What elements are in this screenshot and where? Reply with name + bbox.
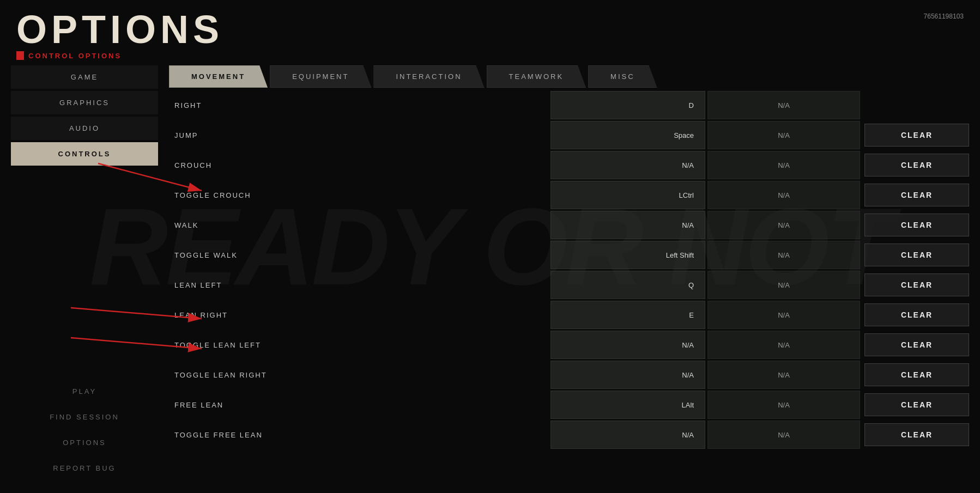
table-row: FREE LEAN LAlt N/A CLEAR <box>169 391 969 419</box>
clear-cell: CLEAR <box>860 181 969 209</box>
key2-button[interactable]: N/A <box>707 301 860 329</box>
table-row: LEAN RIGHT E N/A CLEAR <box>169 301 969 329</box>
key1-button[interactable]: Left Shift <box>551 241 705 269</box>
action-label: TOGGLE WALK <box>169 241 551 269</box>
page-title: OPTIONS <box>16 10 223 49</box>
clear-cell: CLEAR <box>860 301 969 329</box>
table-row: TOGGLE WALK Left Shift N/A CLEAR <box>169 241 969 269</box>
key2-button[interactable]: N/A <box>707 361 860 389</box>
title-section: OPTIONS CONTROL OPTIONS <box>16 10 223 60</box>
tab-movement[interactable]: MOVEMENT <box>169 65 268 88</box>
main-layout: GAME GRAPHICS AUDIO CONTROLS PLAY FIND S… <box>0 65 980 493</box>
key2-button[interactable]: N/A <box>707 181 860 209</box>
key2-button[interactable]: N/A <box>707 211 860 239</box>
sidebar-item-game[interactable]: GAME <box>11 65 158 89</box>
clear-cell: CLEAR <box>860 151 969 179</box>
key2-button[interactable]: N/A <box>707 151 860 179</box>
clear-button[interactable]: CLEAR <box>864 214 969 236</box>
sidebar-item-find-session[interactable]: FIND SESSION <box>11 405 158 429</box>
sidebar-item-controls[interactable]: CONTROLS <box>11 142 158 166</box>
key1-button[interactable]: Q <box>551 271 705 299</box>
action-label: JUMP <box>169 121 551 149</box>
table-row: TOGGLE CROUCH LCtrl N/A CLEAR <box>169 181 969 209</box>
action-label: WALK <box>169 211 551 239</box>
clear-cell: CLEAR <box>860 271 969 299</box>
sidebar-bottom: PLAY FIND SESSION OPTIONS REPORT BUG <box>11 380 158 493</box>
sidebar-item-options[interactable]: OPTIONS <box>11 431 158 454</box>
key1-button[interactable]: E <box>551 301 705 329</box>
action-label: CROUCH <box>169 151 551 179</box>
table-row: WALK N/A N/A CLEAR <box>169 211 969 239</box>
clear-button[interactable]: CLEAR <box>864 184 969 206</box>
action-label: TOGGLE CROUCH <box>169 181 551 209</box>
key1-button[interactable]: D <box>551 91 705 119</box>
clear-button[interactable]: CLEAR <box>864 154 969 176</box>
clear-button[interactable]: CLEAR <box>864 423 969 446</box>
clear-cell: CLEAR <box>860 391 969 419</box>
clear-cell: CLEAR <box>860 211 969 239</box>
content-area: MOVEMENT EQUIPMENT INTERACTION TEAMWORK … <box>158 65 980 493</box>
key1-button[interactable]: N/A <box>551 331 705 359</box>
action-label: TOGGLE FREE LEAN <box>169 421 551 449</box>
action-label: TOGGLE LEAN RIGHT <box>169 361 551 389</box>
clear-cell: CLEAR <box>860 421 969 449</box>
clear-button[interactable]: CLEAR <box>864 244 969 266</box>
clear-button[interactable]: CLEAR <box>864 273 969 296</box>
key2-button[interactable]: N/A <box>707 91 860 119</box>
table-row: LEAN LEFT Q N/A CLEAR <box>169 271 969 299</box>
user-id: 76561198103 <box>924 10 964 20</box>
tabs-bar: MOVEMENT EQUIPMENT INTERACTION TEAMWORK … <box>169 65 969 88</box>
clear-button[interactable]: CLEAR <box>864 124 969 147</box>
clear-button[interactable]: CLEAR <box>864 393 969 416</box>
sidebar: GAME GRAPHICS AUDIO CONTROLS PLAY FIND S… <box>0 65 158 493</box>
clear-cell: CLEAR <box>860 331 969 359</box>
page-wrapper: OPTIONS CONTROL OPTIONS 76561198103 GAME… <box>0 0 980 493</box>
action-label: TOGGLE LEAN LEFT <box>169 331 551 359</box>
subtitle-bar <box>16 51 24 60</box>
clear-cell <box>860 91 969 119</box>
key1-button[interactable]: Space <box>551 121 705 149</box>
tab-misc[interactable]: MISC <box>588 65 657 88</box>
clear-cell: CLEAR <box>860 241 969 269</box>
key1-button[interactable]: LAlt <box>551 391 705 419</box>
key1-button[interactable]: N/A <box>551 211 705 239</box>
clear-button[interactable]: CLEAR <box>864 333 969 356</box>
sidebar-item-audio[interactable]: AUDIO <box>11 117 158 140</box>
key2-button[interactable]: N/A <box>707 331 860 359</box>
key1-button[interactable]: N/A <box>551 421 705 449</box>
table-row: CROUCH N/A N/A CLEAR <box>169 151 969 179</box>
subtitle-text: CONTROL OPTIONS <box>28 52 122 60</box>
tab-equipment[interactable]: EQUIPMENT <box>270 65 371 88</box>
table-row: JUMP Space N/A CLEAR <box>169 121 969 149</box>
key1-button[interactable]: N/A <box>551 151 705 179</box>
table-row: TOGGLE LEAN LEFT N/A N/A CLEAR <box>169 331 969 359</box>
table-row: TOGGLE LEAN RIGHT N/A N/A CLEAR <box>169 361 969 389</box>
key2-button[interactable]: N/A <box>707 121 860 149</box>
action-label: LEAN RIGHT <box>169 301 551 329</box>
table-row: TOGGLE FREE LEAN N/A N/A CLEAR <box>169 421 969 449</box>
tab-teamwork[interactable]: TEAMWORK <box>487 65 586 88</box>
key1-button[interactable]: N/A <box>551 361 705 389</box>
table-row: RIGHT D N/A <box>169 91 969 119</box>
key2-button[interactable]: N/A <box>707 241 860 269</box>
clear-cell: CLEAR <box>860 361 969 389</box>
tab-interaction[interactable]: INTERACTION <box>373 65 484 88</box>
sidebar-item-graphics[interactable]: GRAPHICS <box>11 91 158 114</box>
keybind-table: RIGHT D N/A JUMP Space <box>169 91 969 493</box>
clear-cell: CLEAR <box>860 121 969 149</box>
top-bar: OPTIONS CONTROL OPTIONS 76561198103 <box>0 0 980 60</box>
key1-button[interactable]: LCtrl <box>551 181 705 209</box>
subtitle: CONTROL OPTIONS <box>16 51 223 60</box>
key2-button[interactable]: N/A <box>707 391 860 419</box>
clear-button[interactable]: CLEAR <box>864 363 969 386</box>
sidebar-item-play[interactable]: PLAY <box>11 380 158 403</box>
key2-button[interactable]: N/A <box>707 271 860 299</box>
action-label: FREE LEAN <box>169 391 551 419</box>
action-label: RIGHT <box>169 91 551 119</box>
sidebar-item-report-bug[interactable]: REPORT BUG <box>11 457 158 480</box>
action-label: LEAN LEFT <box>169 271 551 299</box>
clear-button[interactable]: CLEAR <box>864 303 969 326</box>
key2-button[interactable]: N/A <box>707 421 860 449</box>
